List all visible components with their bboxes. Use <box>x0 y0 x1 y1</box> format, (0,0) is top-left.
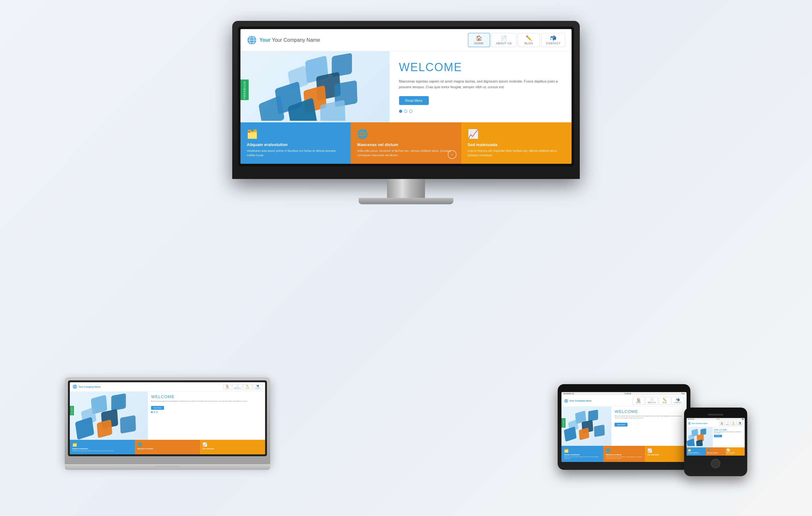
phone-card-1: 🗂️ Aliquam eratvolution Vestibulum ante … <box>687 447 706 456</box>
laptop-hero-title: WELCOME <box>151 394 262 399</box>
phone-about-icon: 📄 <box>726 422 729 424</box>
desktop-header: Your Your Company Name 🏠 HOME 📄 <box>240 29 572 51</box>
home-icon: 🏠 <box>476 35 482 41</box>
laptop-card-2-icon: 🌐 <box>138 442 198 447</box>
phone-globe-icon <box>688 422 691 425</box>
laptop-screen: Your Company Name 🏠 HOME 📄 ABOUT US <box>70 382 265 454</box>
card-3-icon: 📈 <box>468 129 565 139</box>
phone-home-button[interactable] <box>711 459 720 468</box>
phone-nav-contact-label: CONTACT <box>738 424 742 425</box>
phone-logo: Your Company Name <box>688 422 707 425</box>
phone-nav-about-label: ABOUT <box>726 424 729 425</box>
svg-rect-29 <box>588 409 598 422</box>
desktop-logo-text: Your Your Company Name <box>259 37 320 43</box>
laptop-nav-contact-label: CONTACT <box>255 387 261 389</box>
phone-network: NETWORK <box>688 418 694 420</box>
tablet-hero: FEEDBACK WE <box>561 407 687 446</box>
laptop-dot-2 <box>153 411 155 413</box>
tablet-hero-image: FEEDBACK <box>561 407 611 446</box>
tablet-read-more-button[interactable]: Read More <box>614 423 628 427</box>
tablet-contact-icon: 📬 <box>676 398 679 402</box>
desktop-logo: Your Your Company Name <box>247 35 320 45</box>
phone-card-1-text: Vestibulum ante ipsum primis in faucibus… <box>688 453 704 454</box>
laptop-dot-1 <box>151 411 153 413</box>
card-3-text: Cras in rhoncus elit, imperdiet diam fac… <box>468 149 565 158</box>
laptop-header: Your Company Name 🏠 HOME 📄 ABOUT US <box>70 382 265 392</box>
desktop-card-1: 🗂️ Aliquam eratvolution Vestibulum ante … <box>240 123 351 164</box>
phone-website: Your Company Name 🏠 HOME 📄 ABOUT <box>687 420 745 456</box>
tablet-card-2-icon: 🌐 <box>606 449 642 453</box>
tablet-nav-blog[interactable]: ✏️ BLOG <box>659 397 671 405</box>
phone-hero-image <box>687 427 713 447</box>
dot-2 <box>404 110 407 113</box>
tablet-status-bar: NETWORK 3G 11:05 AM 51% <box>561 392 687 395</box>
tablet-card-3-icon: 📈 <box>647 449 684 453</box>
phone-nav-blog[interactable]: ✏️ BLOG <box>731 421 736 426</box>
monitor-stand-base <box>358 198 454 204</box>
nav-about[interactable]: 📄 ABOUT US <box>491 33 517 47</box>
phone-hero-text: Maecenas egestas sapien sit amet magna l… <box>714 431 744 434</box>
phone-hero: WELCOME Maecenas egestas sapien sit amet… <box>687 427 745 447</box>
desktop-hero-title: WELCOME <box>399 61 562 74</box>
svg-rect-23 <box>97 419 113 438</box>
svg-rect-19 <box>111 393 126 411</box>
tablet-website: Your Company Name 🏠 HOME 📄 ABOUT US <box>561 395 687 462</box>
tablet-nav: 🏠 HOME 📄 ABOUT US ✏️ BLOG <box>633 397 684 405</box>
nav-about-label: ABOUT US <box>496 42 512 45</box>
nav-contact-label: CONTACT <box>546 42 560 45</box>
laptop-nav-home-label: HOME <box>226 387 229 389</box>
laptop-nav-home[interactable]: 🏠 HOME <box>223 384 232 390</box>
laptop-globe-icon <box>72 384 78 389</box>
laptop-card-2-title: Maecenas vel dictum <box>138 448 198 450</box>
tablet-nav-contact[interactable]: 📬 CONTACT <box>671 397 684 405</box>
svg-rect-14 <box>258 96 285 121</box>
phone-nav-about[interactable]: 📄 ABOUT <box>725 421 730 426</box>
nav-blog[interactable]: ✏️ BLOG <box>518 33 540 47</box>
desktop-hero-content: WELCOME Maecenas egestas sapien sit amet… <box>389 51 572 123</box>
tablet-nav-about[interactable]: 📄 ABOUT US <box>645 397 658 405</box>
laptop-card-1-text: Vestibulum ante ipsum primis in faucibus… <box>72 450 133 452</box>
phone-nav-home[interactable]: 🏠 HOME <box>719 421 724 426</box>
desktop-website: Your Your Company Name 🏠 HOME 📄 <box>240 29 572 164</box>
card-2-text: Nulla odio purus, hendrerit ut facilisis… <box>357 149 455 158</box>
tablet-nav-home[interactable]: 🏠 HOME <box>633 397 644 405</box>
phone-frame: NETWORK 12:32 ▐▐ Your C <box>684 408 747 476</box>
laptop-nav-blog[interactable]: ✏️ BLOG <box>243 384 252 390</box>
card-3-title: Sed malesuada <box>468 142 565 147</box>
tablet-hero-title: WELCOME <box>614 409 684 414</box>
laptop-logo: Your Company Name <box>72 384 100 389</box>
tablet: NETWORK 3G 11:05 AM 51% <box>558 384 690 470</box>
laptop-hero-text: Maecenas egestas sapien sit amet magna l… <box>151 400 262 402</box>
tablet-header: Your Company Name 🏠 HOME 📄 ABOUT US <box>561 395 687 407</box>
laptop-hero: FEEDBACK <box>70 392 265 440</box>
tablet-battery: 51% <box>682 393 685 395</box>
tablet-nav-home-label: HOME <box>636 402 641 403</box>
card-2-icon: 🌐 <box>357 129 455 139</box>
laptop: Your Company Name 🏠 HOME 📄 ABOUT US <box>65 377 270 470</box>
laptop-nav-about[interactable]: 📄 ABOUT US <box>233 384 243 390</box>
desktop-hero: FEEDBACK <box>240 51 572 123</box>
tiles-svg <box>240 51 389 121</box>
desktop-read-more-button[interactable]: Read More <box>399 96 429 105</box>
laptop-home-icon: 🏠 <box>226 385 229 387</box>
tablet-card-2-text: Nulla odio purus, hendrerit ut facilisis… <box>606 456 642 459</box>
phone-status-bar: NETWORK 12:32 ▐▐ <box>687 418 745 420</box>
nav-blog-label: BLOG <box>524 42 533 45</box>
phone-read-more-button[interactable]: Read More <box>714 435 722 437</box>
card-1-title: Aliquam eratvolution <box>247 142 344 147</box>
laptop-dots <box>151 411 262 413</box>
phone-nav-contact[interactable]: 📬 CONTACT <box>736 421 744 426</box>
tablet-globe-icon <box>564 399 569 403</box>
tablet-card-1-text: Vestibulum ante ipsum primis in faucibus… <box>564 456 601 459</box>
nav-contact[interactable]: 📬 CONTACT <box>541 33 565 47</box>
card-1-icon: 🗂️ <box>247 129 344 139</box>
nav-home[interactable]: 🏠 HOME <box>468 33 490 47</box>
laptop-dot-3 <box>156 411 158 413</box>
laptop-read-more-button[interactable]: Read More <box>151 406 164 410</box>
phone-time: 12:32 <box>716 418 719 420</box>
desktop-hero-image: FEEDBACK <box>240 51 389 123</box>
desktop-card-2: 🌐 Maecenas vel dictum Nulla odio purus, … <box>351 123 461 164</box>
phone-nav-blog-label: BLOG <box>732 424 734 425</box>
blog-icon: ✏️ <box>526 35 532 41</box>
laptop-nav-contact[interactable]: 📬 CONTACT <box>253 384 263 390</box>
